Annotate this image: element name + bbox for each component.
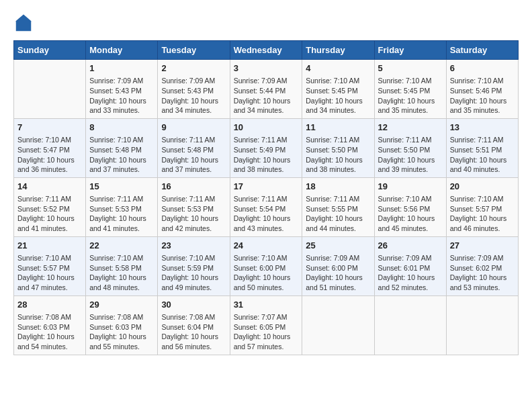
day-info: Sunrise: 7:11 AM Sunset: 5:54 PM Dayligh… [234,194,299,234]
day-number: 12 [378,122,443,134]
day-info: Sunrise: 7:09 AM Sunset: 6:00 PM Dayligh… [306,253,370,293]
calendar-cell: 11Sunrise: 7:11 AM Sunset: 5:50 PM Dayli… [302,118,374,177]
week-row-1: 1Sunrise: 7:09 AM Sunset: 5:43 PM Daylig… [14,60,519,119]
day-number: 13 [450,122,515,134]
day-number: 8 [89,122,154,134]
calendar-cell: 31Sunrise: 7:07 AM Sunset: 6:05 PM Dayli… [230,295,302,355]
calendar-cell: 30Sunrise: 7:08 AM Sunset: 6:04 PM Dayli… [158,295,230,355]
day-info: Sunrise: 7:10 AM Sunset: 5:47 PM Dayligh… [17,135,82,175]
day-number: 7 [17,122,82,134]
day-number: 30 [161,299,226,311]
day-info: Sunrise: 7:11 AM Sunset: 5:50 PM Dayligh… [306,135,370,175]
day-info: Sunrise: 7:08 AM Sunset: 6:03 PM Dayligh… [89,312,154,352]
day-number: 28 [17,299,82,311]
day-number: 6 [450,62,515,75]
header-friday: Friday [374,41,446,60]
day-info: Sunrise: 7:10 AM Sunset: 5:45 PM Dayligh… [378,76,443,116]
calendar-cell: 16Sunrise: 7:11 AM Sunset: 5:53 PM Dayli… [158,177,230,236]
header-monday: Monday [86,41,158,60]
calendar-cell: 23Sunrise: 7:10 AM Sunset: 5:59 PM Dayli… [158,236,230,295]
day-info: Sunrise: 7:11 AM Sunset: 5:55 PM Dayligh… [306,194,370,234]
calendar-cell: 8Sunrise: 7:10 AM Sunset: 5:48 PM Daylig… [86,118,158,177]
calendar-cell: 2Sunrise: 7:09 AM Sunset: 5:43 PM Daylig… [158,60,230,119]
calendar-cell: 4Sunrise: 7:10 AM Sunset: 5:45 PM Daylig… [302,60,374,119]
calendar-cell [302,295,374,355]
calendar-cell: 7Sunrise: 7:10 AM Sunset: 5:47 PM Daylig… [14,118,86,177]
day-info: Sunrise: 7:09 AM Sunset: 6:01 PM Dayligh… [378,253,443,293]
day-number: 21 [17,240,82,252]
day-number: 9 [161,122,226,134]
day-number: 18 [306,181,370,193]
day-info: Sunrise: 7:10 AM Sunset: 5:46 PM Dayligh… [450,76,515,116]
day-number: 29 [89,299,154,311]
day-info: Sunrise: 7:10 AM Sunset: 5:45 PM Dayligh… [306,76,370,116]
day-info: Sunrise: 7:07 AM Sunset: 6:05 PM Dayligh… [234,312,299,352]
calendar-cell [446,295,518,355]
week-row-5: 28Sunrise: 7:08 AM Sunset: 6:03 PM Dayli… [14,295,519,355]
day-info: Sunrise: 7:10 AM Sunset: 5:48 PM Dayligh… [89,135,154,175]
calendar-cell: 6Sunrise: 7:10 AM Sunset: 5:46 PM Daylig… [446,60,518,119]
day-info: Sunrise: 7:10 AM Sunset: 5:57 PM Dayligh… [17,253,82,293]
header-tuesday: Tuesday [158,41,230,60]
day-number: 24 [234,240,299,252]
calendar-cell: 20Sunrise: 7:10 AM Sunset: 5:57 PM Dayli… [446,177,518,236]
day-info: Sunrise: 7:10 AM Sunset: 5:57 PM Dayligh… [450,194,515,234]
day-info: Sunrise: 7:11 AM Sunset: 5:52 PM Dayligh… [17,194,82,234]
calendar-cell: 25Sunrise: 7:09 AM Sunset: 6:00 PM Dayli… [302,236,374,295]
day-number: 15 [89,181,154,193]
day-number: 3 [234,62,299,75]
calendar-cell: 27Sunrise: 7:09 AM Sunset: 6:02 PM Dayli… [446,236,518,295]
week-row-4: 21Sunrise: 7:10 AM Sunset: 5:57 PM Dayli… [14,236,519,295]
header-saturday: Saturday [446,41,518,60]
logo [13,13,36,34]
calendar-cell [14,60,86,119]
day-info: Sunrise: 7:10 AM Sunset: 5:59 PM Dayligh… [161,253,226,293]
calendar-cell: 5Sunrise: 7:10 AM Sunset: 5:45 PM Daylig… [374,60,446,119]
day-info: Sunrise: 7:10 AM Sunset: 5:58 PM Dayligh… [89,253,154,293]
day-info: Sunrise: 7:11 AM Sunset: 5:49 PM Dayligh… [234,135,299,175]
logo-icon [13,13,34,34]
day-info: Sunrise: 7:11 AM Sunset: 5:53 PM Dayligh… [161,194,226,234]
day-info: Sunrise: 7:11 AM Sunset: 5:48 PM Dayligh… [161,135,226,175]
week-row-3: 14Sunrise: 7:11 AM Sunset: 5:52 PM Dayli… [14,177,519,236]
day-number: 25 [306,240,370,252]
calendar-cell: 10Sunrise: 7:11 AM Sunset: 5:49 PM Dayli… [230,118,302,177]
calendar-cell: 17Sunrise: 7:11 AM Sunset: 5:54 PM Dayli… [230,177,302,236]
calendar-cell: 15Sunrise: 7:11 AM Sunset: 5:53 PM Dayli… [86,177,158,236]
day-number: 10 [234,122,299,134]
calendar-cell: 29Sunrise: 7:08 AM Sunset: 6:03 PM Dayli… [86,295,158,355]
page-header [13,13,519,34]
calendar-cell: 28Sunrise: 7:08 AM Sunset: 6:03 PM Dayli… [14,295,86,355]
calendar-cell: 14Sunrise: 7:11 AM Sunset: 5:52 PM Dayli… [14,177,86,236]
day-info: Sunrise: 7:08 AM Sunset: 6:04 PM Dayligh… [161,312,226,352]
day-number: 16 [161,181,226,193]
week-row-2: 7Sunrise: 7:10 AM Sunset: 5:47 PM Daylig… [14,118,519,177]
calendar-table: SundayMondayTuesdayWednesdayThursdayFrid… [13,40,519,355]
day-info: Sunrise: 7:08 AM Sunset: 6:03 PM Dayligh… [17,312,82,352]
day-info: Sunrise: 7:11 AM Sunset: 5:51 PM Dayligh… [450,135,515,175]
day-number: 19 [378,181,443,193]
day-number: 31 [234,299,299,311]
calendar-cell: 1Sunrise: 7:09 AM Sunset: 5:43 PM Daylig… [86,60,158,119]
day-info: Sunrise: 7:10 AM Sunset: 6:00 PM Dayligh… [234,253,299,293]
calendar-cell: 21Sunrise: 7:10 AM Sunset: 5:57 PM Dayli… [14,236,86,295]
calendar-cell: 19Sunrise: 7:10 AM Sunset: 5:56 PM Dayli… [374,177,446,236]
calendar-cell [374,295,446,355]
day-info: Sunrise: 7:09 AM Sunset: 5:43 PM Dayligh… [89,76,154,116]
header-wednesday: Wednesday [230,41,302,60]
calendar-cell: 26Sunrise: 7:09 AM Sunset: 6:01 PM Dayli… [374,236,446,295]
day-number: 1 [89,62,154,75]
day-info: Sunrise: 7:11 AM Sunset: 5:53 PM Dayligh… [89,194,154,234]
day-number: 20 [450,181,515,193]
day-info: Sunrise: 7:10 AM Sunset: 5:56 PM Dayligh… [378,194,443,234]
day-number: 14 [17,181,82,193]
day-number: 27 [450,240,515,252]
calendar-cell: 9Sunrise: 7:11 AM Sunset: 5:48 PM Daylig… [158,118,230,177]
day-info: Sunrise: 7:11 AM Sunset: 5:50 PM Dayligh… [378,135,443,175]
calendar-cell: 22Sunrise: 7:10 AM Sunset: 5:58 PM Dayli… [86,236,158,295]
day-number: 26 [378,240,443,252]
day-number: 23 [161,240,226,252]
day-info: Sunrise: 7:09 AM Sunset: 5:44 PM Dayligh… [234,76,299,116]
header-sunday: Sunday [14,41,86,60]
header-thursday: Thursday [302,41,374,60]
